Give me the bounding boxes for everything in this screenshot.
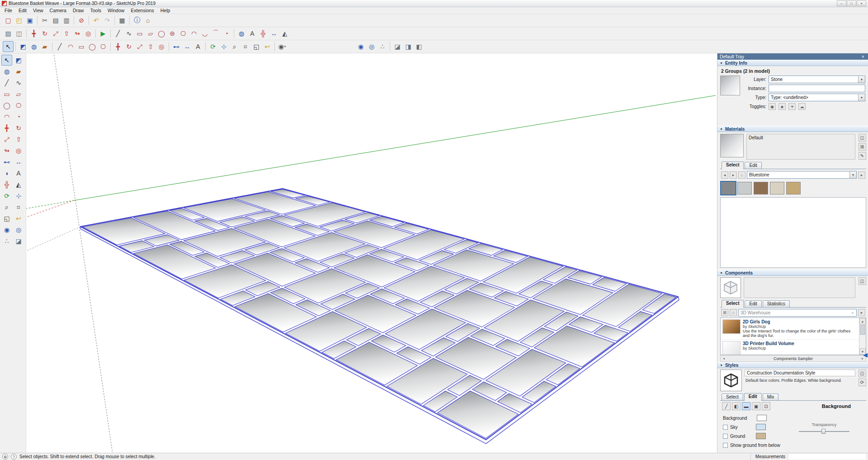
rectangle-button[interactable]: ▭ [134, 28, 145, 39]
scale-button[interactable]: ⤢ [134, 41, 145, 52]
walk-button[interactable]: ∴ [377, 41, 388, 52]
geolocation-icon[interactable]: ⊕ [2, 454, 8, 460]
freehand-button[interactable]: ∿ [123, 28, 134, 39]
chevron-down-icon[interactable]: ▾ [849, 171, 856, 178]
sampler-prev-icon[interactable]: ◂ [721, 356, 727, 360]
offset-button[interactable]: ◎ [13, 145, 24, 156]
push-pull-button[interactable]: ⇧ [145, 41, 156, 52]
erase-button[interactable]: ⊘ [76, 15, 87, 26]
zoom-button[interactable]: ⌕ [229, 41, 240, 52]
display-secondary-pane-button[interactable]: ◫ [859, 277, 866, 285]
rectangle-button[interactable]: ▭ [1, 89, 12, 100]
material-swatch-bluestone-light-gray[interactable] [737, 182, 752, 194]
eraser-button[interactable]: ▰ [39, 41, 50, 52]
help-icon[interactable]: ? [11, 454, 17, 460]
menu-camera[interactable]: Camera [47, 7, 70, 14]
look-around-button[interactable]: ◎ [13, 224, 24, 235]
details-arrow-button[interactable]: ▸ [858, 171, 865, 179]
interact-button[interactable]: ▶ [98, 28, 108, 39]
arc-button[interactable]: ◠ [1, 111, 12, 122]
materials-collection-dropdown[interactable]: Bluestone ▾ [747, 171, 857, 179]
make-component-button[interactable]: ◩ [13, 55, 24, 66]
components-tab-statistics[interactable]: Statistics [763, 300, 790, 307]
model-info-button[interactable]: ⓘ [132, 15, 142, 26]
viewport-canvas[interactable] [26, 53, 717, 453]
zoom-previous-button[interactable]: ↩ [262, 41, 273, 52]
sky-checkbox[interactable] [723, 425, 728, 430]
section-plane-button[interactable]: ◪ [13, 236, 24, 247]
menu-edit[interactable]: Edit [15, 7, 30, 14]
back-edges-button[interactable]: ▨ [3, 28, 14, 39]
menu-view[interactable]: View [30, 7, 47, 14]
update-style-button[interactable]: ⟳ [859, 379, 866, 386]
components-tab-select[interactable]: Select [722, 300, 744, 308]
menu-draw[interactable]: Draw [70, 7, 87, 14]
text-button[interactable]: A [247, 28, 258, 39]
tray-collapse-arrow[interactable]: ◀ [863, 352, 868, 358]
styles-tab-mix[interactable]: Mix [763, 394, 779, 400]
entity-info-header[interactable]: ▼ Entity Info [717, 60, 868, 66]
warehouse-search-input[interactable] [739, 309, 849, 316]
menu-tools[interactable]: Tools [87, 7, 104, 14]
menu-window[interactable]: Window [104, 7, 127, 14]
in-model-home-button[interactable]: ⌂ [738, 171, 745, 179]
move-button[interactable]: ╋ [113, 41, 123, 52]
walk-button[interactable]: ∴ [1, 236, 12, 247]
x-ray-button[interactable]: ◫ [14, 28, 24, 39]
pan-button[interactable]: ⊹ [218, 41, 229, 52]
zoom-extents-button[interactable]: ◱ [251, 41, 262, 52]
paint-bucket-button[interactable]: ◍ [1, 66, 12, 77]
polygon-button[interactable]: ⎔ [13, 100, 24, 111]
locked-toggle[interactable]: ◈ [778, 103, 786, 110]
warehouse-item-title[interactable]: 3D Printer Build Volume [743, 341, 857, 346]
in-model-home-button[interactable]: ⌂ [730, 309, 737, 316]
ellipse-button[interactable]: ⊜ [167, 28, 178, 39]
paint-bucket-button[interactable]: ◍ [236, 28, 247, 39]
materials-tab-select[interactable]: Select [722, 161, 744, 169]
cut-button[interactable]: ✂ [39, 15, 50, 26]
pie-button[interactable]: ◔ [13, 111, 24, 122]
layer-dropdown[interactable]: Stone ▾ [769, 76, 865, 83]
arc-button[interactable]: ◠ [189, 28, 199, 39]
rotate-button[interactable]: ↻ [39, 28, 50, 39]
search-icon[interactable]: ⌕ [849, 309, 856, 316]
offset-button[interactable]: ◎ [156, 41, 167, 52]
move-button[interactable]: ╋ [1, 123, 12, 133]
ground-color-swatch[interactable] [756, 433, 766, 439]
section-fill-button[interactable]: ◧ [414, 41, 425, 52]
rotate-button[interactable]: ↻ [123, 41, 134, 52]
polygon-button[interactable]: ⎔ [98, 41, 108, 52]
open-button[interactable]: ◰ [14, 15, 24, 26]
display-secondary-pane-button[interactable]: ◫ [859, 134, 866, 142]
rotate-button[interactable]: ↻ [13, 123, 24, 133]
show-ground-from-below-checkbox[interactable] [723, 443, 728, 448]
protractor-button[interactable]: ◖ [1, 168, 12, 179]
forward-arrow-button[interactable]: ▸ [730, 171, 737, 179]
rectangle-button[interactable]: ▭ [76, 41, 87, 52]
dimension-button[interactable]: ↔ [13, 156, 24, 167]
section-display-mode-button[interactable]: ◨ [403, 41, 414, 52]
move-button[interactable]: ╋ [28, 28, 39, 39]
3d-warehouse-button[interactable]: ⌂ [142, 15, 153, 26]
make-component-button[interactable]: ◩ [18, 41, 28, 52]
material-swatch-bluestone-brown[interactable] [754, 182, 768, 194]
components-tab-edit[interactable]: Edit [745, 300, 761, 307]
pie-button[interactable]: ◔ [221, 28, 232, 39]
axes-button[interactable]: ╬ [258, 28, 269, 39]
tape-measure-button[interactable]: ⊷ [171, 41, 182, 52]
background-color-swatch[interactable] [757, 415, 767, 421]
type-dropdown[interactable]: Type: <undefined> ▾ [769, 94, 865, 101]
zoom-window-button[interactable]: ⌗ [13, 202, 24, 213]
instance-input[interactable] [769, 85, 865, 92]
dimension-button[interactable]: ↔ [182, 41, 193, 52]
line-button[interactable]: ╱ [54, 41, 65, 52]
modeling-settings-button[interactable]: ⊡ [762, 402, 770, 410]
material-swatch-bluestone-dark-gray[interactable] [721, 182, 736, 194]
ground-checkbox[interactable] [723, 434, 728, 439]
components-sampler-bar[interactable]: ◂ Components Sampler ▸ [720, 355, 866, 362]
3d-text-button[interactable]: ◭ [279, 28, 290, 39]
maximize-button[interactable]: □ [847, 0, 856, 6]
zoom-button[interactable]: ⌕ [1, 202, 12, 213]
tray-titlebar[interactable]: Default Tray × [717, 53, 868, 60]
line-button[interactable]: ╱ [1, 77, 12, 88]
